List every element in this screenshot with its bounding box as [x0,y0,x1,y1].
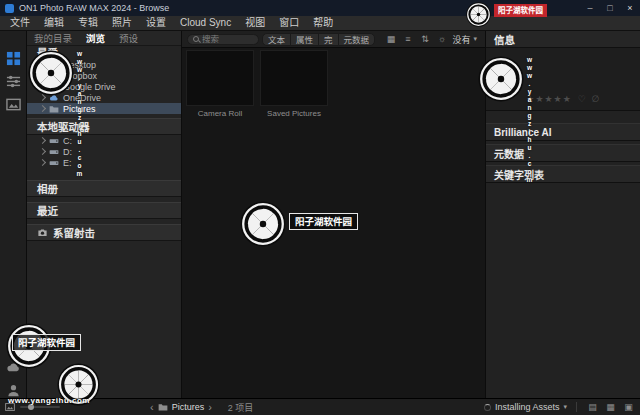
filter-rating[interactable]: 完 [318,33,339,46]
cloud-sync-icon[interactable] [6,360,21,375]
favorite-label: OneDrive [63,93,101,103]
local-drives-title: 本地驱动器 [37,119,90,134]
filter-attributes[interactable]: 属性 [290,33,319,46]
menu-edit[interactable]: 编辑 [37,16,71,30]
drive-icon [49,136,59,146]
drive-item-c[interactable]: C: [27,135,181,146]
local-drives-header[interactable]: 本地驱动器 [27,118,181,135]
caret-down-icon: ▾ [563,403,567,411]
thumbnail-size-icon [5,402,15,412]
menu-view[interactable]: 视图 [238,16,272,30]
info-panel-header[interactable]: 信息 [486,31,640,48]
expand-chevron-icon[interactable] [39,61,46,68]
list-view-icon[interactable]: ≡ [401,31,414,47]
edit-module-icon[interactable] [6,74,21,89]
tab-presets[interactable]: 预设 [112,31,145,45]
current-location[interactable]: Pictures [172,402,205,412]
close-button[interactable]: × [620,0,640,16]
back-arrow-icon[interactable]: ‹ [150,399,154,415]
google-drive-icon [49,82,59,92]
expand-chevron-icon[interactable] [39,148,46,155]
dropbox-icon [49,71,59,81]
grid-view-icon[interactable]: ▦ [384,31,397,47]
star-rating[interactable]: ★★★★★ [526,94,571,104]
menu-settings[interactable]: 设置 [139,16,173,30]
minimize-button[interactable]: – [580,0,600,16]
search-placeholder: 搜索 [202,34,219,45]
expand-chevron-icon[interactable] [39,105,46,112]
menu-cloud-sync[interactable]: Cloud Sync [173,16,238,30]
resize-module-icon[interactable] [6,97,21,112]
favorites-header[interactable]: 最爱 [27,46,181,59]
tethered-title: 系留射击 [53,225,95,240]
detail-view-icon[interactable]: ▣ [622,402,635,412]
sort-direction-icon[interactable]: ⇅ [418,31,431,47]
drive-item-d[interactable]: D: [27,146,181,157]
photo-grid-area: Camera Roll Saved Pictures [182,48,485,398]
recent-header[interactable]: 最近 [27,202,181,219]
installing-assets-dropdown[interactable]: Installing Assets ▾ [484,402,567,412]
favorite-item-google-drive[interactable]: Google Drive [27,81,181,92]
expand-chevron-icon[interactable] [39,83,46,90]
camera-icon [37,227,48,238]
onedrive-cloud-icon [49,93,59,103]
app-logo-icon [5,4,14,13]
slider-handle[interactable] [28,404,34,410]
albums-header[interactable]: 相册 [27,180,181,197]
folder-tile-saved-pictures[interactable]: Saved Pictures [260,50,328,118]
albums-title: 相册 [37,181,58,196]
expand-chevron-icon[interactable] [39,94,46,101]
favorite-item-pictures[interactable]: Pictures [27,103,181,114]
grid-view-toggle-icon[interactable]: ▦ [604,402,617,412]
expand-chevron-icon[interactable] [39,159,46,166]
filter-text[interactable]: 文本 [262,33,291,46]
favorite-item-dropbox[interactable]: Dropbox [27,70,181,81]
menu-help[interactable]: 帮助 [306,16,340,30]
favorite-label: Desktop [63,60,96,70]
drive-item-e[interactable]: E: [27,157,181,168]
info-preview-area: ★★★★★ ♡ ∅ [486,48,640,111]
search-icon [193,36,199,42]
search-input[interactable]: 搜索 [187,34,259,45]
section-keyword-list[interactable]: 关键字列表 [486,165,640,183]
browser-toolbar: 搜索 文本 属性 完 元数据 ▦ ≡ ⇅ ☼ 没有 ▾ [182,31,485,48]
preview-light-icon[interactable]: ☼ [435,31,448,47]
menu-album[interactable]: 专辑 [71,16,105,30]
reject-icon[interactable]: ∅ [592,94,600,104]
window-controls: – □ × [580,0,640,16]
titlebar: ON1 Photo RAW MAX 2024 - Browse – □ × [0,0,640,16]
thumbnail-size-slider[interactable] [20,406,60,408]
forward-arrow-icon[interactable]: › [208,399,212,415]
sort-dropdown[interactable]: 没有 ▾ [452,33,480,46]
menu-photo[interactable]: 照片 [105,16,139,30]
favorite-item-onedrive[interactable]: OneDrive [27,92,181,103]
expand-chevron-icon[interactable] [39,137,46,144]
section-metadata[interactable]: 元数据 [486,144,640,162]
divider [576,402,577,412]
folder-tile-camera-roll[interactable]: Camera Roll [186,50,254,118]
filmstrip-view-icon[interactable]: ▤ [586,402,599,412]
location-folder-icon [158,402,168,412]
filter-group: 文本 属性 完 元数据 [263,33,375,46]
drive-label: E: [63,158,72,168]
location-breadcrumb: ‹ Pictures › 2 项目 [150,399,253,415]
filter-metadata[interactable]: 元数据 [338,33,376,46]
menu-file[interactable]: 文件 [3,16,37,30]
user-account-icon[interactable] [6,383,21,398]
caret-down-icon: ▾ [473,35,477,43]
window-title: ON1 Photo RAW MAX 2024 - Browse [19,3,169,13]
tethered-shooting-header[interactable]: 系留射击 [27,224,181,241]
tab-browse[interactable]: 浏览 [79,31,112,45]
like-icon[interactable]: ♡ [578,94,586,104]
menu-window[interactable]: 窗口 [272,16,306,30]
tab-my-catalogs[interactable]: 我的目录 [27,31,79,45]
section-brilliance-ai[interactable]: Brilliance AI [486,123,640,141]
browse-module-icon[interactable] [6,51,21,66]
folder-thumbnail [186,50,254,106]
expand-chevron-icon[interactable] [39,72,46,79]
drive-label: D: [63,147,72,157]
favorite-item-desktop[interactable]: Desktop [27,59,181,70]
sort-value: 没有 [452,33,470,46]
maximize-button[interactable]: □ [600,0,620,16]
info-panel: 信息 ★★★★★ ♡ ∅ Brilliance AI 元数据 关键字列表 [485,31,640,398]
